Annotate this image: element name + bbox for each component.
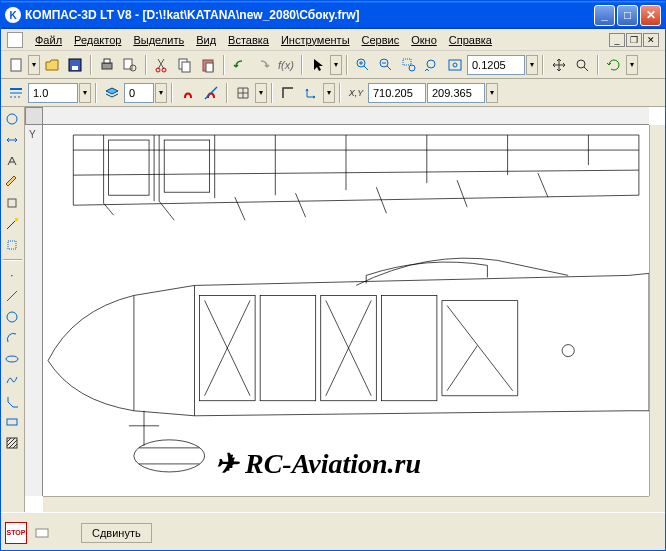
svg-point-36 xyxy=(7,312,17,322)
paste-button[interactable] xyxy=(197,54,219,76)
stop-button[interactable]: STOP xyxy=(5,522,27,544)
maximize-button[interactable]: □ xyxy=(617,5,638,26)
ellipse-tool-button[interactable] xyxy=(2,349,22,369)
coord-x-input[interactable] xyxy=(368,83,426,103)
document-icon xyxy=(7,32,23,48)
zoom-dropdown[interactable]: ▾ xyxy=(526,55,538,75)
coord-dropdown[interactable]: ▾ xyxy=(486,83,498,103)
undo-button[interactable] xyxy=(229,54,251,76)
grid-button[interactable] xyxy=(232,82,254,104)
scrollbar-horizontal[interactable] xyxy=(43,496,649,512)
cursor-dropdown[interactable]: ▾ xyxy=(330,55,342,75)
scrollbar-vertical[interactable] xyxy=(649,125,665,496)
arc-tool-button[interactable] xyxy=(2,328,22,348)
menu-insert[interactable]: Вставка xyxy=(222,32,275,48)
snap-off-button[interactable] xyxy=(200,82,222,104)
drawing-area[interactable] xyxy=(43,125,649,496)
svg-line-18 xyxy=(387,66,391,70)
new-dropdown[interactable]: ▾ xyxy=(28,55,40,75)
refresh-button[interactable] xyxy=(603,54,625,76)
menu-select[interactable]: Выделить xyxy=(127,32,190,48)
redo-button[interactable] xyxy=(252,54,274,76)
command-bar: STOP Сдвинуть xyxy=(1,512,665,551)
pan-command-button[interactable]: Сдвинуть xyxy=(81,523,152,543)
svg-point-24 xyxy=(453,63,457,67)
menu-help[interactable]: Справка xyxy=(443,32,498,48)
svg-point-21 xyxy=(409,65,415,71)
params-panel-button[interactable] xyxy=(2,193,22,213)
zoom-out-button[interactable] xyxy=(375,54,397,76)
zoom-in-button[interactable] xyxy=(352,54,374,76)
scale-dropdown[interactable]: ▾ xyxy=(79,83,91,103)
chamfer-tool-button[interactable] xyxy=(2,391,22,411)
measure-panel-button[interactable] xyxy=(2,214,22,234)
zoom-input[interactable] xyxy=(467,55,525,75)
rect-tool-button[interactable] xyxy=(2,412,22,432)
ruler-horizontal[interactable] xyxy=(43,107,649,125)
dimensions-panel-button[interactable] xyxy=(2,130,22,150)
circle-tool-button[interactable] xyxy=(2,307,22,327)
spline-tool-button[interactable] xyxy=(2,370,22,390)
point-tool-button[interactable]: · xyxy=(2,265,22,285)
mdi-close-button[interactable]: ✕ xyxy=(643,33,659,47)
svg-point-22 xyxy=(427,60,435,68)
layers-button[interactable] xyxy=(101,82,123,104)
preview-button[interactable] xyxy=(119,54,141,76)
menu-file[interactable]: Файл xyxy=(29,32,68,48)
close-button[interactable]: ✕ xyxy=(640,5,661,26)
pan-button[interactable] xyxy=(548,54,570,76)
menu-window[interactable]: Окно xyxy=(405,32,443,48)
coord-y-input[interactable] xyxy=(427,83,485,103)
select-panel-button[interactable] xyxy=(2,235,22,255)
ortho-button[interactable] xyxy=(277,82,299,104)
mdi-minimize-button[interactable]: _ xyxy=(609,33,625,47)
cmd-icon-button[interactable] xyxy=(31,522,53,544)
svg-rect-4 xyxy=(104,59,110,63)
grid-dropdown[interactable]: ▾ xyxy=(255,83,267,103)
zoom-realtime-button[interactable] xyxy=(571,54,593,76)
minimize-button[interactable]: _ xyxy=(594,5,615,26)
refresh-dropdown[interactable]: ▾ xyxy=(626,55,638,75)
svg-point-31 xyxy=(7,114,17,124)
svg-point-46 xyxy=(562,345,574,357)
print-button[interactable] xyxy=(96,54,118,76)
menubar: Файл Редактор Выделить Вид Вставка Инстр… xyxy=(1,29,665,51)
layer-input[interactable] xyxy=(124,83,154,103)
menu-tools[interactable]: Инструменты xyxy=(275,32,356,48)
menu-view[interactable]: Вид xyxy=(190,32,222,48)
zoom-window-button[interactable] xyxy=(398,54,420,76)
zoom-prev-button[interactable] xyxy=(421,54,443,76)
symbols-panel-button[interactable] xyxy=(2,151,22,171)
copy-button[interactable] xyxy=(174,54,196,76)
svg-rect-3 xyxy=(102,63,112,69)
svg-rect-39 xyxy=(7,438,17,448)
zoom-all-button[interactable] xyxy=(444,54,466,76)
hatch-tool-button[interactable] xyxy=(2,433,22,453)
svg-rect-34 xyxy=(8,241,16,249)
cut-button[interactable] xyxy=(151,54,173,76)
open-button[interactable] xyxy=(41,54,63,76)
local-cs-button[interactable] xyxy=(300,82,322,104)
save-button[interactable] xyxy=(64,54,86,76)
local-cs-dropdown[interactable]: ▾ xyxy=(323,83,335,103)
svg-rect-33 xyxy=(15,218,18,221)
line-tool-button[interactable] xyxy=(2,286,22,306)
ruler-vertical[interactable] xyxy=(25,125,43,496)
geometry-panel-button[interactable] xyxy=(2,109,22,129)
edit-panel-button[interactable] xyxy=(2,172,22,192)
scrollbar-corner xyxy=(649,496,665,512)
drawing-canvas[interactable]: ✈ RC-Aviation.ru xyxy=(25,107,665,512)
mdi-restore-button[interactable]: ❐ xyxy=(626,33,642,47)
menu-editor[interactable]: Редактор xyxy=(68,32,127,48)
new-button[interactable] xyxy=(5,54,27,76)
menu-service[interactable]: Сервис xyxy=(356,32,406,48)
cursor-button[interactable] xyxy=(307,54,329,76)
snap-on-button[interactable] xyxy=(177,82,199,104)
svg-rect-41 xyxy=(164,140,209,192)
fx-button[interactable]: f(x) xyxy=(275,54,297,76)
coord-button[interactable]: X,Y xyxy=(345,82,367,104)
layer-dropdown[interactable]: ▾ xyxy=(155,83,167,103)
svg-rect-10 xyxy=(182,62,190,72)
scale-input[interactable] xyxy=(28,83,78,103)
linetype-button[interactable] xyxy=(5,82,27,104)
